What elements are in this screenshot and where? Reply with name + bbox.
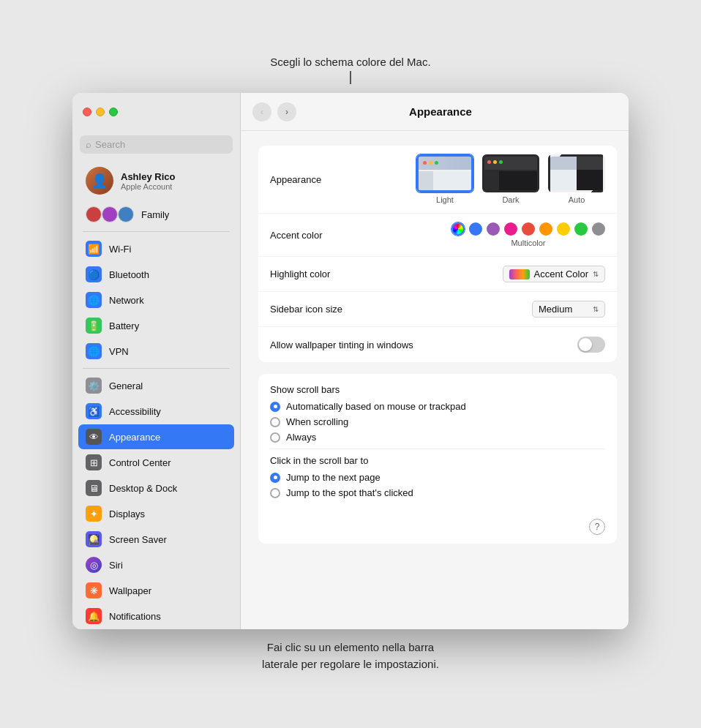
scroll-scrolling-label: When scrolling [286,416,348,427]
appearance-option-light[interactable]: Light [416,154,473,204]
light-label: Light [436,195,454,204]
sidebar-item-user[interactable]: 👤 Ashley Rico Apple Account [78,161,234,200]
dark-thumbnail [482,154,539,192]
help-button[interactable]: ? [589,519,605,535]
settings-body: Appearance [241,131,629,629]
click-clicked-radio[interactable] [270,488,280,498]
scroll-always-option[interactable]: Always [270,432,605,443]
accent-graphite[interactable] [592,222,605,236]
close-button[interactable] [83,108,91,116]
wifi-icon: 📶 [86,241,102,257]
click-nextpage-option[interactable]: Jump to the next page [270,472,605,483]
user-sub: Apple Account [121,182,175,191]
wallpaper-tinting-row: Allow wallpaper tinting in windows [258,327,617,362]
sidebar-item-family[interactable]: Family [78,202,234,227]
accent-multicolor[interactable] [451,222,465,236]
sidebar-item-label-displays: Displays [109,509,145,519]
sidebar-item-desktopdock[interactable]: 🖥 Desktop & Dock [78,476,234,500]
click-nextpage-radio[interactable] [270,473,280,483]
accent-color-row: Accent color [258,214,617,257]
forward-button[interactable]: › [277,102,296,121]
family-avatars [86,206,134,222]
minimize-button[interactable] [96,108,105,116]
bluetooth-icon: 🔵 [86,266,102,282]
sidebar-item-bluetooth[interactable]: 🔵 Bluetooth [78,262,234,287]
sidebar-item-label-vpn: VPN [109,346,129,357]
wallpaper-tinting-toggle[interactable] [577,337,605,353]
sidebar-item-controlcenter[interactable]: ⊞ Control Center [78,450,234,475]
accessibility-icon: ♿ [86,403,102,419]
auto-thumbnail [548,154,605,192]
scroll-auto-label: Automatically based on mouse or trackpad [286,401,466,412]
sidebar-item-wallpaper[interactable]: ❋ Wallpaper [78,578,234,603]
accent-blue[interactable] [469,222,482,236]
dark-content [484,171,537,190]
search-icon: ⌕ [86,139,91,150]
sidebar-item-label-battery: Battery [109,320,139,331]
appearance-option-auto[interactable]: Auto [548,154,605,204]
accent-dots [451,222,605,236]
sidebar-item-notifications[interactable]: 🔔 Notifications [78,604,234,628]
sidebar-icon-size-label: Sidebar icon size [270,304,416,315]
click-scroll-label: Click in the scroll bar to [270,455,605,466]
sidebar-item-label-wifi: Wi-Fi [109,244,131,255]
accent-green[interactable] [574,222,588,236]
sidebar-item-screensaver[interactable]: 🎑 Screen Saver [78,527,234,552]
show-scrollbars-section: Show scroll bars Automatically based on … [258,374,617,513]
family-label: Family [141,209,169,220]
accent-orange[interactable] [539,222,552,236]
dark-dots [487,160,503,164]
scroll-always-radio[interactable] [270,432,280,443]
search-placeholder: Search [95,139,125,150]
sidebar-item-label-controlcenter: Control Center [109,457,171,468]
scroll-auto-option[interactable]: Automatically based on mouse or trackpad [270,401,605,412]
accent-red[interactable] [522,222,535,236]
highlight-color-select[interactable]: Accent Color ⇅ [503,266,605,282]
sidebar-item-accessibility[interactable]: ♿ Accessibility [78,399,234,424]
light-thumbnail [416,154,473,192]
sidebar-item-appearance[interactable]: 👁 Appearance [78,424,234,449]
displays-icon: ✦ [86,506,102,522]
scroll-auto-radio[interactable] [270,402,280,412]
sidebar-item-label-network: Network [109,295,144,306]
accent-pink[interactable] [504,222,517,236]
dark-sidebar [484,171,499,190]
accent-yellow[interactable] [557,222,570,236]
sidebar-item-siri[interactable]: ◎ Siri [78,552,234,577]
sidebar-item-general[interactable]: ⚙️ General [78,373,234,398]
appearance-label: Appearance [270,174,416,185]
sidebar-item-label-wallpaper: Wallpaper [109,585,151,596]
click-clicked-option[interactable]: Jump to the spot that's clicked [270,487,605,498]
appearance-icon: 👁 [86,429,102,445]
sidebar-item-label-desktopdock: Desktop & Dock [109,483,177,494]
search-bar[interactable]: ⌕ Search [80,135,233,154]
sidebar-item-label-general: General [109,380,143,391]
back-button[interactable]: ‹ [252,102,271,121]
click-clicked-label: Jump to the spot that's clicked [286,487,413,498]
sidebar-item-displays[interactable]: ✦ Displays [78,501,234,526]
sidebar-item-wifi[interactable]: 📶 Wi-Fi [78,236,234,261]
sidebar-icon-size-control: Medium ⇅ [532,301,605,318]
wallpaper-icon: ❋ [86,582,102,598]
sidebar-item-label-bluetooth: Bluetooth [109,269,149,280]
sidebar-item-label-screensaver: Screen Saver [109,534,167,545]
sidebar-item-network[interactable]: 🌐 Network [78,288,234,312]
network-icon: 🌐 [86,292,102,308]
desktopdock-icon: 🖥 [86,480,102,496]
scroll-scrolling-option[interactable]: When scrolling [270,416,605,427]
scroll-scrolling-radio[interactable] [270,417,280,427]
appearance-options: Light [416,154,605,204]
sidebar-icon-size-select[interactable]: Medium ⇅ [532,301,605,318]
sidebar-item-battery[interactable]: 🔋 Battery [78,313,234,338]
accent-sub-label: Multicolor [511,239,545,247]
sidebar-item-vpn[interactable]: 🌐 VPN [78,339,234,364]
sidebar-divider-2 [83,368,230,369]
appearance-option-dark[interactable]: Dark [482,154,539,204]
dot-green [435,161,438,165]
dot-yellow-dark [493,160,497,164]
highlight-gradient [509,269,530,279]
dot-red-dark [487,160,491,164]
accent-purple[interactable] [487,222,500,236]
maximize-button[interactable] [109,108,118,116]
accent-colors-control: Multicolor [451,222,605,247]
